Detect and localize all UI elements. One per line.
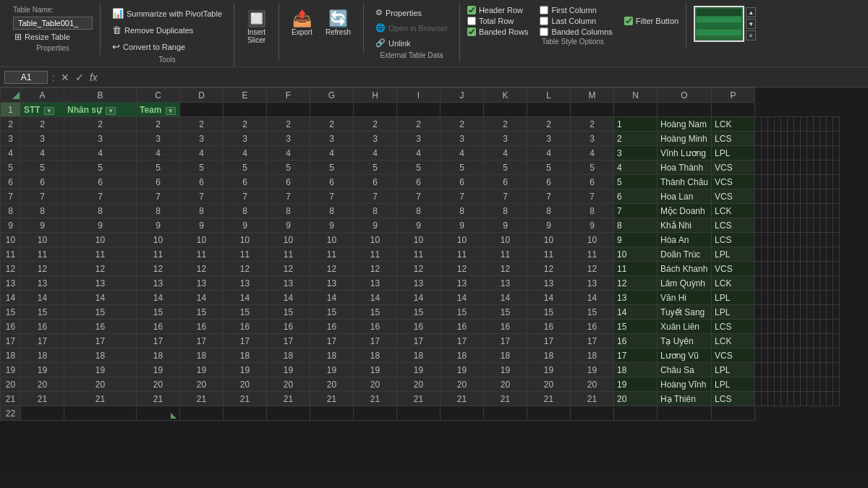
cell-G9[interactable] [775, 218, 781, 233]
cell-C6[interactable]: VCS [712, 175, 755, 189]
cell-F8[interactable] [768, 204, 775, 218]
cell-P14[interactable] [833, 291, 840, 305]
cell-K18[interactable] [801, 348, 807, 363]
cell-J17[interactable] [794, 334, 801, 348]
col-header-E[interactable]: E [224, 88, 267, 103]
row-num-6[interactable]: 6 [397, 175, 441, 189]
cell-B16[interactable]: Xuân Liên [658, 320, 712, 334]
row-num-15[interactable]: 15 [267, 305, 310, 320]
row-num-21[interactable]: 21 [137, 392, 180, 406]
row-num-18[interactable]: 18 [267, 348, 310, 363]
cell-I20[interactable] [788, 377, 794, 392]
cell-J1[interactable] [441, 103, 484, 117]
refresh-button[interactable]: 🔄 Refresh [320, 6, 356, 40]
cell-F6[interactable] [768, 175, 775, 189]
cell-M4[interactable] [814, 146, 820, 160]
row-num-13[interactable]: 13 [527, 276, 571, 291]
cell-N21[interactable] [820, 392, 827, 406]
cell-O5[interactable] [827, 160, 833, 175]
col-header-B[interactable]: B [64, 88, 137, 103]
cell-P1[interactable] [712, 103, 755, 117]
row-num-21[interactable]: 21 [397, 392, 441, 406]
cell-L4[interactable] [807, 146, 814, 160]
row-num-7[interactable]: 7 [441, 189, 484, 204]
row-num-15[interactable]: 15 [224, 305, 267, 320]
row-num-8[interactable]: 8 [441, 204, 484, 218]
row-num-10[interactable]: 10 [180, 233, 224, 247]
cell-L13[interactable] [807, 276, 814, 291]
cell-L7[interactable] [807, 189, 814, 204]
cell-A21[interactable]: 20 [614, 392, 658, 406]
cell-E16[interactable] [762, 320, 768, 334]
row-num-7[interactable]: 7 [137, 189, 180, 204]
cell-D18[interactable] [755, 348, 762, 363]
cell-I2[interactable] [788, 117, 794, 132]
row-num-5[interactable]: 5 [180, 160, 224, 175]
row-num-12[interactable]: 12 [441, 262, 484, 276]
cell-H20[interactable] [781, 377, 788, 392]
row-num-15[interactable]: 15 [180, 305, 224, 320]
row-num-17[interactable]: 17 [64, 334, 137, 348]
cell-N7[interactable] [820, 189, 827, 204]
row-num-17[interactable]: 17 [137, 334, 180, 348]
cell-P22[interactable] [712, 406, 755, 421]
cell-C8[interactable]: LCK [712, 204, 755, 218]
row-num-13[interactable]: 13 [484, 276, 527, 291]
row-num-19[interactable]: 19 [137, 363, 180, 377]
cell-O2[interactable] [827, 117, 833, 132]
row-num-2[interactable]: 2 [1, 117, 21, 132]
row-num-19[interactable]: 19 [484, 363, 527, 377]
cell-O3[interactable] [827, 132, 833, 146]
row-num-13[interactable]: 13 [571, 276, 614, 291]
row-num-18[interactable]: 18 [571, 348, 614, 363]
row-num-14[interactable]: 14 [354, 291, 397, 305]
cell-A17[interactable]: 16 [614, 334, 658, 348]
resize-table-button[interactable]: ⊞ Resize Table [13, 31, 72, 43]
cell-E10[interactable] [762, 233, 768, 247]
row-num-1[interactable]: 1 [1, 103, 21, 117]
filter-A-icon[interactable]: ▼ [44, 107, 54, 115]
cell-P9[interactable] [833, 218, 840, 233]
row-num-4[interactable]: 4 [64, 146, 137, 160]
cell-N6[interactable] [820, 175, 827, 189]
cell-K20[interactable] [801, 377, 807, 392]
row-num-12[interactable]: 12 [137, 262, 180, 276]
cell-A19[interactable]: 18 [614, 363, 658, 377]
row-num-3[interactable]: 3 [267, 132, 310, 146]
row-num-11[interactable]: 11 [180, 247, 224, 262]
row-num-18[interactable]: 18 [1, 348, 21, 363]
cell-H18[interactable] [781, 348, 788, 363]
row-num-17[interactable]: 17 [1, 334, 21, 348]
open-browser-button[interactable]: 🌐 Open in Browser [371, 21, 452, 35]
cell-G3[interactable] [775, 132, 781, 146]
cell-J4[interactable] [794, 146, 801, 160]
row-num-21[interactable]: 21 [1, 392, 21, 406]
row-num-17[interactable]: 17 [310, 334, 354, 348]
cell-M7[interactable] [814, 189, 820, 204]
row-num-13[interactable]: 13 [397, 276, 441, 291]
row-num-17[interactable]: 17 [397, 334, 441, 348]
row-num-18[interactable]: 18 [224, 348, 267, 363]
row-num-18[interactable]: 18 [21, 348, 64, 363]
row-num-11[interactable]: 11 [310, 247, 354, 262]
row-num-10[interactable]: 10 [441, 233, 484, 247]
row-num-2[interactable]: 2 [527, 117, 571, 132]
col-header-D[interactable]: D [180, 88, 224, 103]
row-num-3[interactable]: 3 [354, 132, 397, 146]
cell-H13[interactable] [781, 276, 788, 291]
cell-I10[interactable] [788, 233, 794, 247]
col-header-P[interactable]: P [712, 88, 755, 103]
row-num-12[interactable]: 12 [1, 262, 21, 276]
row-num-21[interactable]: 21 [354, 392, 397, 406]
cell-O22[interactable] [658, 406, 712, 421]
cell-E18[interactable] [762, 348, 768, 363]
cell-J19[interactable] [794, 363, 801, 377]
cell-P6[interactable] [833, 175, 840, 189]
row-num-3[interactable]: 3 [310, 132, 354, 146]
cell-G11[interactable] [775, 247, 781, 262]
cell-reference-input[interactable] [4, 71, 48, 84]
row-num-10[interactable]: 10 [310, 233, 354, 247]
row-num-20[interactable]: 20 [267, 377, 310, 392]
cell-A15[interactable]: 14 [614, 305, 658, 320]
cell-J9[interactable] [794, 218, 801, 233]
